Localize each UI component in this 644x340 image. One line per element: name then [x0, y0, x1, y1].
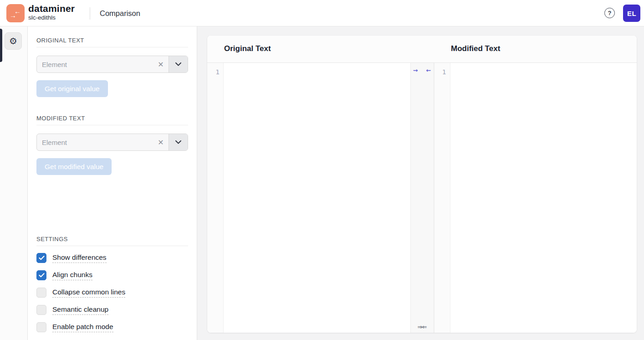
align-panes-icon[interactable]: ⇒⇐ [418, 324, 427, 330]
setting-row-semantic-cleanup: Semantic cleanup [36, 304, 188, 315]
align-chunks-checkbox[interactable] [36, 270, 46, 280]
gear-icon: ⚙ [9, 36, 17, 46]
sidebar: ORIGINAL TEXT ✕ Get original value MODIF… [28, 26, 197, 340]
left-rail: ⚙ [0, 26, 28, 340]
modified-pane-title: Modified Text [451, 44, 500, 53]
modified-text-section-title: MODIFIED TEXT [36, 115, 188, 121]
logo-arrow-right-icon: → [10, 12, 16, 19]
enable-patch-mode-checkbox[interactable] [36, 322, 46, 332]
settings-section-title: SETTINGS [36, 236, 188, 242]
original-text-section-title: ORIGINAL TEXT [36, 37, 188, 43]
clear-icon[interactable]: ✕ [153, 134, 169, 150]
setting-row-show-differences: Show differences [36, 252, 188, 263]
original-text-editor[interactable] [224, 63, 410, 333]
copy-to-right-icon[interactable]: ⇝ [413, 67, 418, 73]
modified-line-number-gutter: 1 [434, 63, 450, 333]
copy-to-left-icon[interactable]: ⇜ [426, 67, 431, 73]
setting-row-collapse-common-lines: Collapse common lines [36, 287, 188, 298]
section-divider [36, 125, 188, 125]
semantic-cleanup-checkbox[interactable] [36, 305, 46, 315]
setting-label[interactable]: Enable patch mode [52, 323, 113, 332]
drawer-handle[interactable] [0, 29, 2, 62]
settings-button[interactable]: ⚙ [5, 32, 22, 50]
collapse-common-lines-checkbox[interactable] [36, 288, 46, 298]
modified-text-editor[interactable] [450, 63, 637, 333]
top-header: ← → dataminer slc-edithls Comparison ? E… [0, 0, 644, 26]
original-line-number-gutter: 1 [207, 63, 224, 333]
check-icon [39, 273, 45, 278]
modified-element-input[interactable] [37, 134, 153, 150]
comparison-card: Original Text Modified Text 1 ⇝ ⇜ ⇒⇐ 1 [207, 36, 637, 333]
comparison-card-header: Original Text Modified Text [207, 36, 637, 63]
header-divider [90, 7, 90, 20]
clear-icon[interactable]: ✕ [153, 56, 169, 72]
setting-label[interactable]: Collapse common lines [52, 288, 125, 298]
brand-block: dataminer slc-edithls [28, 3, 75, 21]
modified-element-combo: ✕ [36, 134, 188, 151]
chevron-down-icon[interactable] [169, 134, 188, 150]
get-original-value-button[interactable]: Get original value [36, 80, 108, 97]
setting-label[interactable]: Align chunks [52, 271, 92, 280]
user-avatar[interactable]: EL [623, 5, 640, 22]
help-icon[interactable]: ? [604, 8, 615, 18]
original-element-input[interactable] [37, 56, 153, 72]
section-divider [36, 47, 188, 47]
chevron-down-icon[interactable] [169, 56, 188, 72]
setting-label[interactable]: Show differences [52, 253, 107, 263]
merge-gutter: ⇝ ⇜ ⇒⇐ [410, 63, 434, 333]
check-icon [39, 256, 45, 260]
app-logo-icon[interactable]: ← → [6, 4, 25, 22]
app-subtitle: slc-edithls [28, 14, 75, 21]
comparison-body: 1 ⇝ ⇜ ⇒⇐ 1 [207, 63, 637, 333]
setting-label[interactable]: Semantic cleanup [52, 305, 108, 315]
original-pane-title: Original Text [224, 44, 271, 53]
original-element-combo: ✕ [36, 56, 188, 73]
setting-row-enable-patch-mode: Enable patch mode [36, 322, 188, 333]
merge-controls: ⇝ ⇜ [411, 63, 434, 73]
app-name: dataminer [28, 3, 75, 14]
setting-row-align-chunks: Align chunks [36, 270, 188, 281]
section-divider [36, 246, 188, 246]
show-differences-checkbox[interactable] [36, 253, 46, 263]
get-modified-value-button[interactable]: Get modified value [36, 158, 112, 175]
page-title: Comparison [100, 9, 140, 18]
